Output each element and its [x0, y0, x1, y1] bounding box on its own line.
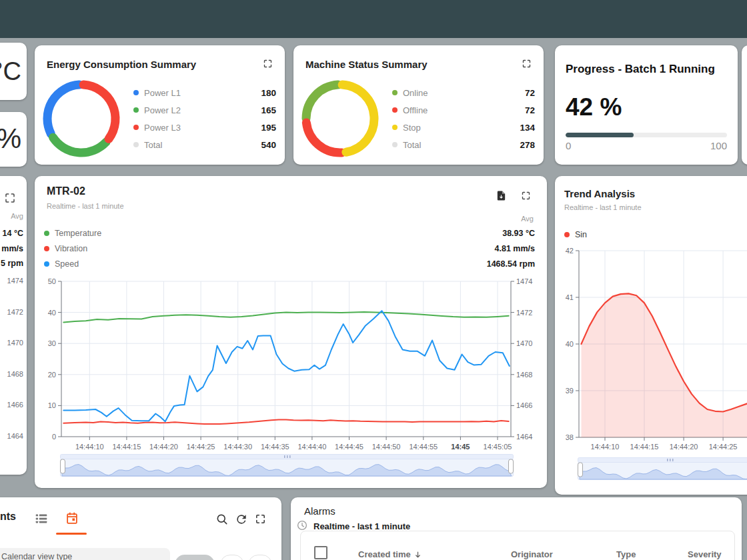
fullscreen-icon	[263, 59, 273, 69]
svg-text:1470: 1470	[516, 339, 532, 347]
export-file-icon	[496, 190, 507, 201]
legend-row[interactable]: Stop134	[392, 121, 535, 133]
legend-dot	[44, 261, 49, 267]
legend-row[interactable]: Power L2165	[133, 104, 276, 116]
progress-bar-fill	[566, 133, 634, 137]
legend-avg-value: 38.93 °C	[502, 229, 535, 238]
svg-text:39: 39	[566, 387, 574, 395]
search-icon	[215, 513, 229, 526]
fullscreen-button[interactable]	[4, 192, 16, 204]
legend-label: Power L2	[144, 105, 261, 115]
svg-text:38: 38	[566, 433, 574, 441]
partial-chart-card: Avg 14 °C mm/s 5 rpm 1474 1472 1470 1468…	[0, 176, 27, 475]
list-view-button[interactable]	[34, 511, 49, 526]
refresh-button[interactable]	[235, 513, 248, 526]
legend-row[interactable]: Power L1180	[133, 87, 276, 99]
svg-text:14:44:40: 14:44:40	[297, 443, 326, 451]
legend-dot	[133, 125, 139, 130]
svg-text:1474: 1474	[516, 277, 532, 285]
navigator-left-handle[interactable]	[61, 459, 65, 473]
fullscreen-button[interactable]	[263, 59, 273, 69]
legend-dot	[564, 232, 570, 237]
legend-avg-value: 1468.54 rpm	[487, 259, 535, 269]
fullscreen-button[interactable]	[522, 59, 532, 69]
legend-row[interactable]: Vibration4.81 mm/s	[44, 243, 535, 254]
mtr02-time-navigator[interactable]	[60, 454, 514, 478]
svg-text:1472: 1472	[516, 309, 532, 317]
progress-value: 42 %	[566, 93, 622, 121]
list-view-icon	[34, 511, 49, 526]
calendar-view-type-field[interactable]: Calendar view type	[0, 548, 170, 560]
machine-legend: Online72 Offline72 Stop134 Total278	[392, 87, 535, 156]
calendar-range-button-selected[interactable]	[175, 555, 215, 560]
svg-text:0: 0	[52, 433, 56, 441]
svg-text:50: 50	[48, 277, 56, 285]
progress-widget: Progress - Batch 1 Running 42 % 0 100	[555, 45, 738, 165]
top-bar	[0, 0, 747, 38]
legend-value: 72	[525, 105, 535, 115]
legend-label: Sin	[575, 230, 747, 239]
select-all-checkbox[interactable]	[314, 546, 327, 559]
legend-row[interactable]: Offline72	[392, 104, 535, 116]
energy-donut-chart[interactable]	[41, 79, 121, 159]
mtr02-line-chart[interactable]: 14:44:1014:44:1514:44:2014:44:2514:44:30…	[35, 276, 547, 460]
fullscreen-button[interactable]	[521, 191, 531, 201]
legend-value: 540	[261, 140, 276, 150]
widget-title: MTR-02	[47, 185, 85, 197]
legend-row[interactable]: Online72	[392, 87, 535, 99]
percent-unit: %	[0, 123, 21, 155]
calendar-range-button[interactable]	[220, 555, 244, 560]
calendar-range-button[interactable]	[248, 555, 272, 560]
svg-text:40: 40	[48, 309, 56, 317]
navigator-left-handle[interactable]	[578, 463, 583, 477]
navigator-right-handle[interactable]	[509, 459, 514, 473]
fullscreen-icon	[4, 192, 16, 204]
search-button[interactable]	[215, 513, 229, 526]
active-tab-indicator	[56, 533, 87, 535]
legend-value: 278	[520, 140, 535, 150]
export-button[interactable]	[496, 190, 507, 201]
svg-text:41: 41	[566, 293, 574, 301]
svg-text:14:45: 14:45	[451, 443, 470, 451]
legend-dot	[392, 125, 398, 130]
legend-row[interactable]: Sin	[564, 229, 747, 240]
trend-area-chart[interactable]: 14:44:1014:44:1514:44:2014:44:2538394041…	[555, 247, 747, 455]
widget-subtitle: Realtime - last 1 minute	[564, 203, 642, 211]
column-header-created-time[interactable]: Created time	[358, 549, 422, 559]
legend-row[interactable]: Temperature38.93 °C	[44, 228, 535, 239]
legend-dot	[44, 231, 49, 236]
svg-text:14:44:50: 14:44:50	[372, 443, 401, 451]
legend-label: Power L3	[144, 123, 261, 133]
svg-text:14:44:10: 14:44:10	[591, 443, 620, 451]
svg-text:10: 10	[48, 401, 56, 409]
legend-value: 72	[525, 88, 535, 98]
svg-text:40: 40	[566, 340, 574, 348]
svg-text:14:44:30: 14:44:30	[223, 443, 252, 451]
column-header-originator[interactable]: Originator	[511, 549, 553, 559]
column-header-severity[interactable]: Severity	[688, 549, 722, 559]
legend-label: Vibration	[55, 244, 495, 253]
legend-value: 165	[261, 105, 276, 115]
alarms-widget: Alarms Realtime - last 1 minute Created …	[291, 497, 742, 560]
machine-donut-chart[interactable]	[300, 79, 380, 159]
avg-header: Avg	[11, 212, 23, 220]
axis-tick: 1472	[7, 308, 23, 316]
legend-row-total[interactable]: Total540	[133, 139, 276, 151]
fullscreen-button[interactable]	[255, 513, 266, 525]
mtr02-legend: Temperature38.93 °C Vibration4.81 mm/s S…	[44, 228, 535, 274]
partial-right-card	[742, 45, 747, 165]
legend-row-total[interactable]: Total278	[392, 139, 535, 151]
calendar-icon	[65, 511, 79, 525]
dashboard: °C % Avg 14 °C mm/s 5 rpm 1474 1472 1470…	[0, 0, 747, 560]
calendar-view-button[interactable]	[65, 511, 79, 525]
svg-text:1468: 1468	[516, 371, 532, 379]
legend-row[interactable]: Speed1468.54 rpm	[44, 259, 535, 269]
trend-analysis-widget: Trend Analysis Realtime - last 1 minute …	[555, 176, 747, 495]
legend-value: 195	[261, 123, 276, 133]
svg-text:14:44:25: 14:44:25	[187, 443, 215, 451]
column-header-type[interactable]: Type	[616, 549, 636, 559]
trend-time-navigator[interactable]	[578, 457, 747, 481]
clock-icon	[296, 519, 308, 531]
legend-row[interactable]: Power L3195	[133, 121, 276, 133]
avg-value-fragment: 14 °C	[3, 229, 23, 238]
